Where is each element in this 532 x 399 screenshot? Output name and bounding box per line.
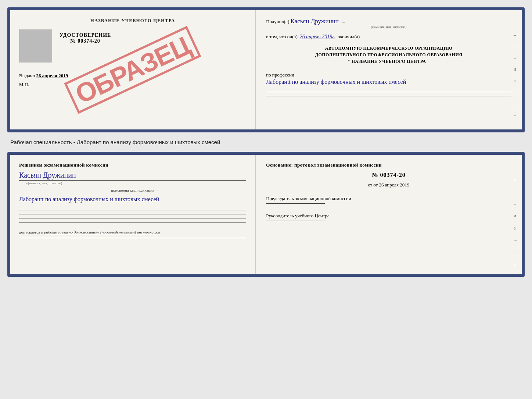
date-text: 26 апреля 2019г. <box>300 34 335 40</box>
vydano-line: Выдано 26 апреля 2019 <box>19 73 246 79</box>
bottom-ul-4 <box>19 222 246 222</box>
side-dashes-top: – – – и а ← – – <box>514 32 518 118</box>
bottom-certificate-card: Решением экзаменационной комиссии Касьян… <box>7 152 525 277</box>
top-left-panel: НАЗВАНИЕ УЧЕБНОГО ЦЕНТРА УДОСТОВЕРЕНИЕ №… <box>10 10 256 129</box>
po-professii-label: по профессии <box>266 72 511 78</box>
bottom-ul-3 <box>19 218 246 218</box>
org-block: АВТОНОМНУЮ НЕКОММЕРЧЕСКУЮ ОРГАНИЗАЦИЮ ДО… <box>266 45 511 65</box>
kvali-handwritten: Лаборанtt по анализу формовочных и шихто… <box>19 195 246 203</box>
poluchil-label: Получил(а) <box>266 19 289 24</box>
cert-number: № 00374-20 <box>71 38 100 44</box>
bottom-right-panel: Основание: протокол экзаменационной коми… <box>256 155 522 274</box>
okonchil-text: окончил(а) <box>338 34 360 40</box>
top-right-panel: Получил(а) Касьян Дружинин – (фамилия, и… <box>256 10 522 129</box>
rukovoditel-signature <box>266 221 325 221</box>
bottom-fio-label: (фамилия, имя, отчество) <box>19 181 246 185</box>
name-underline <box>19 180 246 181</box>
specialty-text: Рабочая специальность - Лаборант по анал… <box>7 139 525 145</box>
prot-number: № 00374-20 <box>266 172 511 178</box>
top-certificate-card: НАЗВАНИЕ УЧЕБНОГО ЦЕНТРА УДОСТОВЕРЕНИЕ №… <box>7 7 525 132</box>
bottom-left-panel: Решением экзаменационной комиссии Касьян… <box>10 155 256 274</box>
prof-handwritten: Лаборанtt по анализу формовочных и шихто… <box>266 78 511 86</box>
side-dashes-bottom: – – – и а ← – – <box>514 177 518 267</box>
vtom-line: в том, что он(а) 26 апреля 2019г. окончи… <box>266 34 511 40</box>
mp-line: М.П. <box>19 82 29 88</box>
fio-label: (фамилия, имя, отчество) <box>266 25 511 29</box>
cert-title: НАЗВАНИЕ УЧЕБНОГО ЦЕНТРА <box>90 18 175 24</box>
predsedatel-signature <box>266 203 325 204</box>
predsedatel-label: Председатель экзаменационной комиссии <box>266 195 511 202</box>
vtom-text: в том, что он(а) <box>266 34 298 40</box>
underline-1 <box>266 92 511 92</box>
bottom-name: Касьян Дружинин <box>19 171 76 179</box>
ot-line: от от 26 апреля 2019 <box>266 182 511 188</box>
underline-2 <box>266 96 511 96</box>
osnovaniye-label: Основание: протокол экзаменационной коми… <box>266 162 511 168</box>
bottom-ul-1 <box>19 210 246 210</box>
prisvoyena-label: присвоена квалификация <box>19 188 246 192</box>
received-line: Получил(а) Касьян Дружинин – (фамилия, и… <box>266 18 511 29</box>
bottom-ul-2 <box>19 214 246 214</box>
dopuskaetsya-block: допускается к работе согласно должностны… <box>19 230 246 234</box>
udost-label: УДОСТОВЕРЕНИЕ <box>60 32 111 38</box>
photo-placeholder <box>19 29 52 63</box>
prof-block: по профессии Лаборанtt по анализу формов… <box>266 72 511 86</box>
bottom-name-block: Касьян Дружинин (фамилия, имя, отчество) <box>19 171 246 185</box>
recipient-name: Касьян Дружинин <box>291 18 339 25</box>
komissia-line: Решением экзаменационной комиссии <box>19 162 246 168</box>
rukovoditel-label: Руководитель учебного Центра <box>266 213 511 219</box>
bottom-ul-5 <box>19 238 246 238</box>
